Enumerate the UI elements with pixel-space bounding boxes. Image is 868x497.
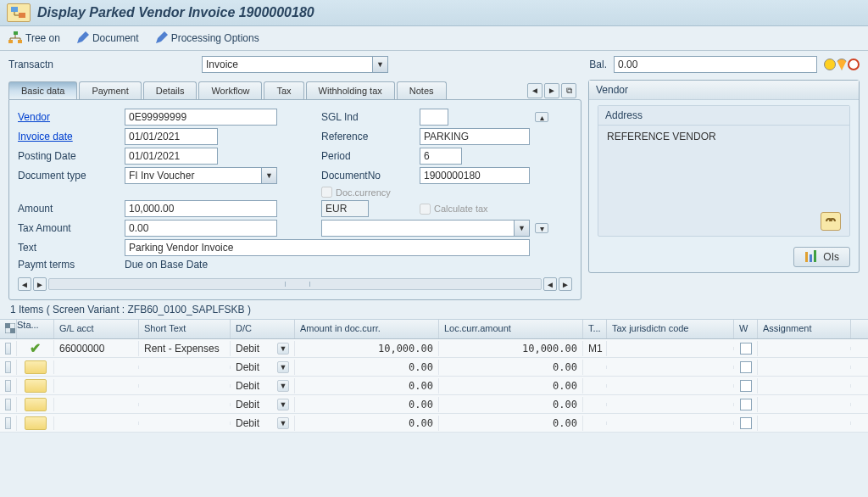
amount-cell[interactable]: 0.00 <box>295 397 439 412</box>
amount-cell[interactable]: 0.00 <box>295 416 439 431</box>
table-row[interactable]: Debit▼0.000.00 <box>0 377 868 395</box>
tab-payment[interactable]: Payment <box>79 81 141 99</box>
tax-jurisdiction-cell[interactable] <box>607 422 734 425</box>
short-text-cell[interactable] <box>139 403 231 406</box>
processing-options-button[interactable]: Processing Options <box>154 31 259 45</box>
assignment-cell[interactable] <box>758 403 851 406</box>
w-cell[interactable] <box>734 416 758 431</box>
scroll-right-button-2[interactable]: ► <box>559 277 572 291</box>
short-text-cell[interactable] <box>139 366 231 369</box>
tab-details[interactable]: Details <box>143 81 198 99</box>
scroll-right-button[interactable]: ► <box>33 277 47 291</box>
vendor-link-button[interactable] <box>821 212 841 231</box>
loc-amount-cell[interactable]: 0.00 <box>439 378 583 394</box>
scroll-up-button[interactable]: ▴ <box>535 112 548 122</box>
tax-code-field[interactable]: ▼ <box>321 220 530 237</box>
vendor-field[interactable] <box>125 109 277 126</box>
table-row[interactable]: ✔66000000Rent - ExpensesDebit▼10,000.001… <box>0 339 868 358</box>
gl-cell[interactable]: 66000000 <box>54 341 139 356</box>
dc-cell[interactable]: Debit▼ <box>231 341 295 356</box>
transactn-input[interactable] <box>202 56 373 73</box>
amount-cell[interactable]: 0.00 <box>295 378 439 394</box>
tab-prev-button[interactable]: ◄ <box>527 83 542 98</box>
dropdown-icon[interactable]: ▼ <box>515 220 530 237</box>
document-button[interactable]: Document <box>75 31 139 45</box>
t-cell[interactable] <box>583 366 607 369</box>
invoice-date-label[interactable]: Invoice date <box>18 131 120 142</box>
panel-scroll[interactable]: ◄ ► ◄ ► <box>18 277 572 291</box>
loc-amount-cell[interactable]: 10,000.00 <box>439 341 583 356</box>
tab-withholding-tax[interactable]: Withholding tax <box>306 81 395 99</box>
assignment-cell[interactable] <box>758 347 851 350</box>
row-selector[interactable] <box>0 341 17 356</box>
w-cell[interactable] <box>734 397 758 412</box>
tax-jurisdiction-cell[interactable] <box>607 366 734 369</box>
dc-cell[interactable]: Debit▼ <box>231 416 295 431</box>
table-row[interactable]: Debit▼0.000.00 <box>0 414 868 433</box>
t-cell[interactable] <box>583 403 607 406</box>
t-cell[interactable] <box>583 384 607 388</box>
tax-jurisdiction-cell[interactable] <box>607 384 734 388</box>
transactn-field[interactable]: ▼ <box>202 56 388 73</box>
reference-field[interactable] <box>420 128 530 145</box>
text-field[interactable] <box>125 239 530 256</box>
ois-button[interactable]: OIs <box>793 247 850 267</box>
w-cell[interactable] <box>734 360 758 375</box>
header-loc[interactable]: Loc.curr.amount <box>439 320 583 338</box>
w-cell[interactable] <box>734 341 758 356</box>
tab-notes[interactable]: Notes <box>397 81 447 99</box>
tax-amount-field[interactable] <box>125 220 277 237</box>
amount-cell[interactable]: 0.00 <box>295 360 439 375</box>
dropdown-icon[interactable]: ▼ <box>262 167 277 184</box>
short-text-cell[interactable] <box>139 422 231 425</box>
select-all-header[interactable] <box>0 320 17 338</box>
scroll-left-button-2[interactable]: ◄ <box>543 277 557 291</box>
header-status[interactable]: Sta... <box>17 320 54 338</box>
gl-cell[interactable] <box>54 403 139 406</box>
scroll-down-button[interactable]: ▾ <box>535 223 548 233</box>
short-text-cell[interactable]: Rent - Expenses <box>139 341 231 356</box>
scroll-left-button[interactable]: ◄ <box>18 277 31 291</box>
gl-cell[interactable] <box>54 366 139 369</box>
tax-jurisdiction-cell[interactable] <box>607 347 734 350</box>
row-selector[interactable] <box>0 397 17 412</box>
sgl-field[interactable] <box>420 109 448 126</box>
amount-cell[interactable]: 10,000.00 <box>295 341 439 356</box>
table-row[interactable]: Debit▼0.000.00 <box>0 395 868 414</box>
row-selector[interactable] <box>0 378 17 394</box>
header-gl[interactable]: G/L acct <box>54 320 139 338</box>
posting-date-field[interactable] <box>125 148 218 165</box>
document-type-input[interactable] <box>125 167 262 184</box>
gl-cell[interactable] <box>54 384 139 388</box>
assignment-cell[interactable] <box>758 422 851 425</box>
dc-cell[interactable]: Debit▼ <box>231 360 295 375</box>
tab-next-button[interactable]: ► <box>544 83 559 98</box>
invoice-date-field[interactable] <box>125 128 218 145</box>
loc-amount-cell[interactable]: 0.00 <box>439 360 583 375</box>
period-field[interactable] <box>420 148 462 165</box>
assignment-cell[interactable] <box>758 384 851 388</box>
t-cell[interactable]: M1 <box>583 341 607 356</box>
header-w[interactable]: W <box>734 320 758 338</box>
loc-amount-cell[interactable]: 0.00 <box>439 397 583 412</box>
header-assignment[interactable]: Assignment <box>758 320 851 338</box>
header-short-text[interactable]: Short Text <box>139 320 231 338</box>
row-selector[interactable] <box>0 416 17 431</box>
table-row[interactable]: Debit▼0.000.00 <box>0 358 868 377</box>
loc-amount-cell[interactable]: 0.00 <box>439 416 583 431</box>
row-selector[interactable] <box>0 360 17 375</box>
short-text-cell[interactable] <box>139 384 231 388</box>
assignment-cell[interactable] <box>758 366 851 369</box>
tree-on-button[interactable]: Tree on <box>8 31 60 45</box>
gl-cell[interactable] <box>54 422 139 425</box>
tax-jurisdiction-cell[interactable] <box>607 403 734 406</box>
tab-workflow[interactable]: Workflow <box>198 81 262 99</box>
amount-field[interactable] <box>125 200 277 217</box>
tab-tax[interactable]: Tax <box>264 81 303 99</box>
header-tax-jurisdiction[interactable]: Tax jurisdictn code <box>607 320 734 338</box>
header-t[interactable]: T... <box>583 320 607 338</box>
header-dc[interactable]: D/C <box>231 320 295 338</box>
header-amount[interactable]: Amount in doc.curr. <box>295 320 439 338</box>
vendor-label[interactable]: Vendor <box>18 111 120 123</box>
scroll-track[interactable] <box>48 278 542 290</box>
